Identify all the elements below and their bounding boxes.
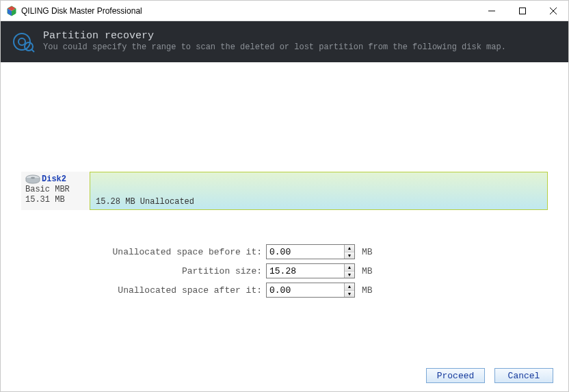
- label-part-size: Partition size:: [1, 266, 266, 276]
- form-row-size: Partition size: ▲ ▼ MB: [1, 263, 568, 278]
- disk-size: 15.31 MB: [25, 195, 85, 205]
- spin-down-before[interactable]: ▼: [345, 252, 354, 259]
- svg-line-11: [31, 49, 34, 52]
- spinbox-size: ▲ ▼: [266, 263, 355, 278]
- spinbox-before: ▲ ▼: [266, 244, 355, 259]
- disk-type: Basic MBR: [25, 185, 85, 195]
- disk-name: Disk2: [42, 174, 66, 184]
- svg-point-9: [18, 38, 25, 45]
- hdd-icon: [25, 174, 40, 184]
- window-title: QILING Disk Master Professional: [21, 6, 476, 16]
- app-cube-icon: [6, 5, 17, 16]
- spin-up-after[interactable]: ▲: [345, 283, 354, 291]
- spin-up-before[interactable]: ▲: [345, 245, 354, 252]
- unit-size: MB: [362, 266, 373, 276]
- input-part-size[interactable]: [267, 264, 344, 278]
- window-controls: [476, 1, 568, 21]
- recovery-icon: [12, 30, 35, 53]
- titlebar: QILING Disk Master Professional: [1, 1, 568, 21]
- svg-point-8: [14, 34, 30, 50]
- unit-after: MB: [362, 285, 373, 296]
- input-space-after[interactable]: [267, 283, 344, 297]
- disk-info: Disk2 Basic MBR 15.31 MB: [21, 172, 90, 210]
- header-title: Partition recovery: [43, 30, 506, 42]
- cancel-button[interactable]: Cancel: [494, 368, 553, 383]
- main-area: Disk2 Basic MBR 15.31 MB 15.28 MB Unallo…: [1, 172, 568, 298]
- minimize-button[interactable]: [476, 1, 507, 21]
- partition-form: Unallocated space before it: ▲ ▼ MB Part…: [1, 244, 568, 298]
- header-band: Partition recovery You could specify the…: [1, 21, 568, 62]
- footer-buttons: Proceed Cancel: [426, 368, 553, 383]
- maximize-button[interactable]: [507, 1, 538, 21]
- proceed-button[interactable]: Proceed: [426, 368, 485, 383]
- disk-row: Disk2 Basic MBR 15.31 MB 15.28 MB Unallo…: [21, 172, 548, 210]
- spinbox-after: ▲ ▼: [266, 283, 355, 298]
- svg-rect-5: [519, 8, 525, 14]
- spin-up-size[interactable]: ▲: [345, 264, 354, 272]
- header-subtitle: You could specify the range to scan the …: [43, 42, 506, 53]
- close-button[interactable]: [538, 1, 568, 21]
- form-row-after: Unallocated space after it: ▲ ▼ MB: [1, 283, 568, 298]
- input-space-before[interactable]: [267, 245, 344, 259]
- label-space-after: Unallocated space after it:: [1, 285, 266, 296]
- unit-before: MB: [362, 247, 373, 257]
- spin-down-after[interactable]: ▼: [345, 291, 354, 298]
- form-row-before: Unallocated space before it: ▲ ▼ MB: [1, 244, 568, 259]
- label-space-before: Unallocated space before it:: [1, 247, 266, 257]
- svg-point-13: [31, 177, 35, 179]
- spin-down-size[interactable]: ▼: [345, 272, 354, 278]
- disk-segment-label: 15.28 MB Unallocated: [96, 197, 194, 207]
- disk-map[interactable]: 15.28 MB Unallocated: [90, 172, 548, 210]
